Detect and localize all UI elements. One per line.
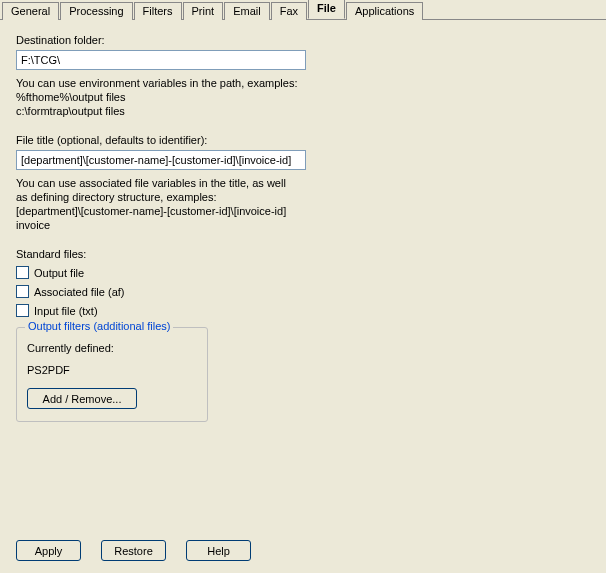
restore-button[interactable]: Restore: [101, 540, 166, 561]
filetitle-input[interactable]: [16, 150, 306, 170]
checkbox-row-associated: Associated file (af): [16, 285, 590, 298]
hint-text: You can use environment variables in the…: [16, 76, 316, 90]
file-tab-panel: Destination folder: You can use environm…: [0, 20, 606, 573]
input-file-label: Input file (txt): [34, 305, 98, 317]
tab-fax[interactable]: Fax: [271, 2, 307, 20]
hint-text: [department]\[customer-name]-[customer-i…: [16, 204, 316, 218]
tab-applications[interactable]: Applications: [346, 2, 423, 20]
add-remove-button[interactable]: Add / Remove...: [27, 388, 137, 409]
output-file-checkbox[interactable]: [16, 266, 29, 279]
output-filters-legend: Output filters (additional files): [25, 320, 173, 332]
hint-text: You can use associated file variables in…: [16, 176, 316, 190]
standard-files-label: Standard files:: [16, 248, 590, 260]
currently-defined-label: Currently defined:: [27, 342, 197, 354]
input-file-checkbox[interactable]: [16, 304, 29, 317]
output-file-label: Output file: [34, 267, 84, 279]
apply-button[interactable]: Apply: [16, 540, 81, 561]
checkbox-row-output: Output file: [16, 266, 590, 279]
tab-general[interactable]: General: [2, 2, 59, 20]
destination-label: Destination folder:: [16, 34, 590, 46]
associated-file-label: Associated file (af): [34, 286, 124, 298]
tab-filters[interactable]: Filters: [134, 2, 182, 20]
tab-file[interactable]: File: [308, 0, 345, 19]
associated-file-checkbox[interactable]: [16, 285, 29, 298]
filetitle-label: File title (optional, defaults to identi…: [16, 134, 590, 146]
hint-text: c:\formtrap\output files: [16, 104, 316, 118]
filetitle-hint: You can use associated file variables in…: [16, 176, 316, 232]
help-button[interactable]: Help: [186, 540, 251, 561]
checkbox-row-input: Input file (txt): [16, 304, 590, 317]
hint-text: as defining directory structure, example…: [16, 190, 316, 204]
tab-print[interactable]: Print: [183, 2, 224, 20]
tab-email[interactable]: Email: [224, 2, 270, 20]
tab-strip: General Processing Filters Print Email F…: [0, 0, 606, 20]
destination-hint: You can use environment variables in the…: [16, 76, 316, 118]
hint-text: invoice: [16, 218, 316, 232]
currently-defined-value: PS2PDF: [27, 364, 197, 376]
destination-input[interactable]: [16, 50, 306, 70]
tab-processing[interactable]: Processing: [60, 2, 132, 20]
hint-text: %fthome%\output files: [16, 90, 316, 104]
output-filters-group: Output filters (additional files) Curren…: [16, 327, 208, 422]
bottom-button-row: Apply Restore Help: [16, 540, 251, 561]
